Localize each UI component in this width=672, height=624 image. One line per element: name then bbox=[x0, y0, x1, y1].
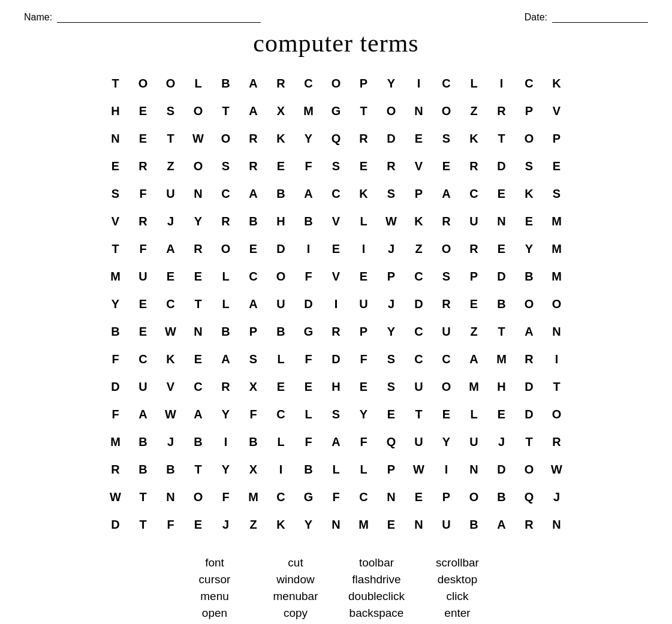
grid-cell: C bbox=[350, 483, 378, 511]
grid-cell: H bbox=[102, 97, 129, 125]
grid-cell: O bbox=[212, 125, 240, 152]
list-item: menubar bbox=[255, 590, 336, 603]
grid-cell: E bbox=[378, 511, 405, 538]
grid-row: TOOLBARCOPYICLICK bbox=[102, 70, 571, 97]
grid-cell: F bbox=[350, 428, 378, 456]
grid-cell: A bbox=[129, 400, 157, 428]
grid-cell: A bbox=[433, 180, 460, 207]
grid-cell: T bbox=[129, 511, 157, 538]
grid-cell: M bbox=[488, 345, 516, 373]
grid-cell: L bbox=[350, 456, 378, 483]
grid-row: TFAROEDIEIJZOREYM bbox=[102, 235, 571, 263]
grid-cell: C bbox=[433, 70, 460, 97]
grid-row: MUEELCOFVEPCSPDBM bbox=[102, 263, 571, 290]
grid-cell: S bbox=[516, 152, 543, 180]
grid-cell: Y bbox=[102, 290, 129, 318]
grid-cell: E bbox=[350, 152, 378, 180]
grid-cell: C bbox=[405, 318, 433, 345]
grid-cell: T bbox=[102, 70, 129, 97]
grid-cell: K bbox=[267, 511, 295, 538]
grid-cell: F bbox=[350, 345, 378, 373]
grid-cell: U bbox=[129, 263, 157, 290]
grid-cell: V bbox=[157, 373, 185, 400]
grid-row: FAWAYFCLSYETELEDO bbox=[102, 400, 571, 428]
grid-cell: I bbox=[543, 345, 571, 373]
grid-cell: C bbox=[460, 180, 488, 207]
grid-cell: R bbox=[378, 152, 405, 180]
grid-cell: O bbox=[129, 70, 157, 97]
grid-cell: Q bbox=[323, 125, 350, 152]
grid-cell: L bbox=[212, 263, 240, 290]
grid-cell: Z bbox=[460, 318, 488, 345]
grid-cell: N bbox=[488, 207, 516, 235]
grid-cell: E bbox=[295, 373, 323, 400]
grid-row: VRJYRBHBVLWKRUNEM bbox=[102, 207, 571, 235]
grid-cell: A bbox=[240, 70, 267, 97]
grid-cell: O bbox=[433, 97, 460, 125]
grid-cell: L bbox=[323, 456, 350, 483]
grid-cell: K bbox=[157, 345, 185, 373]
grid-cell: F bbox=[129, 235, 157, 263]
grid-cell: R bbox=[460, 235, 488, 263]
grid-cell: I bbox=[323, 290, 350, 318]
grid-cell: U bbox=[267, 290, 295, 318]
grid-cell: O bbox=[323, 70, 350, 97]
grid-cell: O bbox=[185, 483, 212, 511]
grid-cell: P bbox=[433, 483, 460, 511]
grid-cell: E bbox=[405, 483, 433, 511]
grid-cell: B bbox=[240, 428, 267, 456]
grid-row: DTFEJZKYNMENUBARN bbox=[102, 511, 571, 538]
grid-cell: T bbox=[350, 97, 378, 125]
grid-cell: T bbox=[129, 483, 157, 511]
grid-cell: S bbox=[378, 180, 405, 207]
grid-cell: E bbox=[488, 180, 516, 207]
grid-cell: D bbox=[488, 263, 516, 290]
grid-cell: G bbox=[295, 318, 323, 345]
grid-cell: E bbox=[267, 152, 295, 180]
grid-cell: E bbox=[543, 152, 571, 180]
grid-cell: Y bbox=[295, 511, 323, 538]
grid-cell: C bbox=[157, 290, 185, 318]
grid-cell: C bbox=[185, 373, 212, 400]
grid-cell: D bbox=[323, 345, 350, 373]
grid-cell: D bbox=[488, 152, 516, 180]
grid-cell: A bbox=[516, 318, 543, 345]
grid-row: WTNOFMCGFCNEPOBQJ bbox=[102, 483, 571, 511]
grid-cell: U bbox=[460, 428, 488, 456]
grid-cell: A bbox=[240, 180, 267, 207]
grid-cell: C bbox=[516, 70, 543, 97]
grid-cell: T bbox=[185, 290, 212, 318]
grid-cell: R bbox=[433, 290, 460, 318]
grid-cell: L bbox=[267, 428, 295, 456]
list-item: desktop bbox=[417, 573, 498, 586]
grid-cell: H bbox=[267, 207, 295, 235]
grid-cell: B bbox=[460, 511, 488, 538]
grid-cell: B bbox=[212, 70, 240, 97]
grid-cell: I bbox=[488, 70, 516, 97]
grid-cell: Q bbox=[516, 483, 543, 511]
grid-cell: T bbox=[185, 456, 212, 483]
list-item: font bbox=[174, 556, 255, 569]
grid-cell: O bbox=[516, 290, 543, 318]
grid-cell: U bbox=[405, 428, 433, 456]
list-item: toolbar bbox=[336, 556, 417, 569]
grid-cell: P bbox=[405, 180, 433, 207]
grid-cell: P bbox=[460, 263, 488, 290]
list-item: cut bbox=[255, 556, 336, 569]
grid-cell: Y bbox=[212, 456, 240, 483]
grid-cell: N bbox=[543, 318, 571, 345]
grid-cell: E bbox=[240, 235, 267, 263]
grid-cell: F bbox=[212, 483, 240, 511]
grid-cell: E bbox=[350, 263, 378, 290]
grid-cell: R bbox=[102, 456, 129, 483]
grid-cell: E bbox=[488, 400, 516, 428]
grid-cell: E bbox=[323, 235, 350, 263]
grid-cell: I bbox=[212, 428, 240, 456]
grid-cell: S bbox=[102, 180, 129, 207]
grid-cell: O bbox=[433, 373, 460, 400]
grid-cell: E bbox=[516, 207, 543, 235]
grid-cell: V bbox=[323, 263, 350, 290]
grid-cell: R bbox=[350, 125, 378, 152]
grid-cell: W bbox=[157, 400, 185, 428]
grid-cell: K bbox=[543, 70, 571, 97]
